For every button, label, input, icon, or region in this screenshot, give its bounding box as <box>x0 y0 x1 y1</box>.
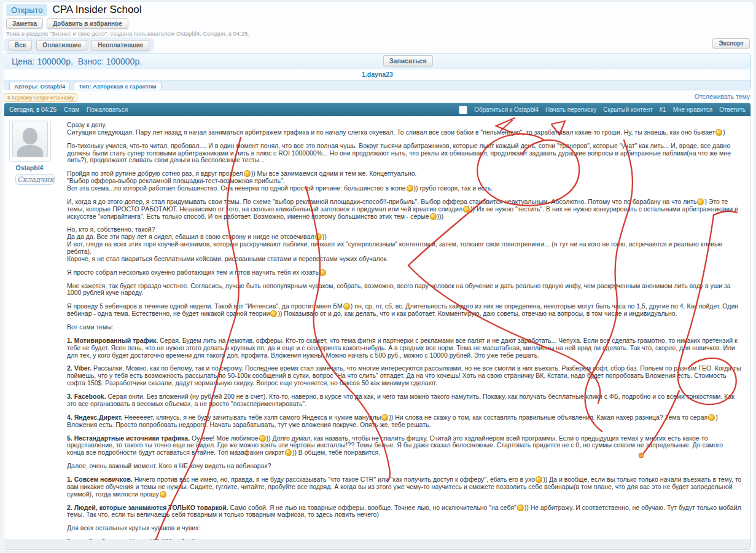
note-button[interactable]: Заметка <box>6 18 43 29</box>
authors-tag[interactable]: Авторы: Ostapbl4 <box>9 82 70 90</box>
post-date: Сегодня, в 04:25 <box>9 106 57 113</box>
author-username[interactable]: Ostapbl4 <box>9 164 50 171</box>
fee-label: Взнос: 100000р. <box>78 57 142 66</box>
post-paragraph: Для всех остальных крутых чуваков и чуви… <box>67 525 742 532</box>
price-row: Цена: 100000р. Взнос: 100000р. Записатьс… <box>4 53 750 69</box>
smiley-emoji-icon <box>270 310 277 317</box>
topic-header: Открыто CPA Insider School <box>6 4 142 16</box>
participant-link[interactable]: 1.dayna23 <box>362 71 393 78</box>
post-paragraphs: Сразу к делу.Ситуация следующая. Пару ле… <box>67 122 742 539</box>
post-header-link-5[interactable]: Ответить <box>719 106 746 113</box>
post-header-bar: Сегодня, в 04:25 Спам Пожаловаться Обрат… <box>4 103 750 116</box>
forum-topic-page: Открыто CPA Insider School Заметка Добав… <box>0 0 756 553</box>
post-paragraph: Пройдя по этой рутине добрую сотню раз, … <box>67 170 742 192</box>
post-paragraph: 2. Людей, которые занимаются ТОЛЬКО това… <box>67 504 742 519</box>
post-paragraph: 5. Нестандартные источники трафика. Оу-е… <box>67 435 742 457</box>
filter-button-0[interactable]: Все <box>9 40 32 50</box>
post-paragraph: 1. Совсем новичков. Ничего против вас не… <box>67 476 742 498</box>
smiley-emoji-icon <box>160 491 166 498</box>
smiley-emoji-icon <box>697 198 704 205</box>
tags-row: Авторы: Ostapbl4 Тип: Авторская с гарант… <box>4 80 750 90</box>
post-header-link-4[interactable]: Мне нравится <box>673 106 713 113</box>
watch-topic-link[interactable]: Отслеживать тему <box>695 93 750 100</box>
smiley-emoji-icon <box>708 414 715 421</box>
smiley-emoji-icon <box>430 213 437 220</box>
smiley-emoji-icon <box>244 170 251 177</box>
post-paragraph: 4. Яндекс.Директ. Неееееет, клянусь, я н… <box>67 414 742 429</box>
topic-actions: Заметка Добавить в избранное <box>6 18 128 29</box>
signup-button[interactable]: Записаться <box>383 55 433 66</box>
smiley-emoji-icon <box>319 269 326 276</box>
favorite-button[interactable]: Добавить в избранное <box>47 18 128 29</box>
avatar-box <box>9 120 51 162</box>
export-button[interactable]: Экспорт <box>712 38 750 49</box>
smiley-emoji-icon <box>536 476 542 483</box>
post-body: Сразу к делу.Ситуация следующая. Пару ле… <box>61 116 750 539</box>
filter-button-1[interactable]: Оплатившие <box>36 40 87 50</box>
report-link[interactable]: Пожаловаться <box>87 106 128 113</box>
author-rank-badge: Складчик <box>15 174 55 185</box>
post-block: Сегодня, в 04:25 Спам Пожаловаться Обрат… <box>4 103 751 550</box>
smiley-emoji-icon <box>343 303 350 310</box>
price-panel: Цена: 100000р. Взнос: 100000р. Записатьс… <box>4 53 751 90</box>
filter-buttons: ВсеОплатившиеНеоплатившие <box>4 37 154 53</box>
topic-meta: Тема в разделе "Бизнес и свое дело", соз… <box>6 30 249 37</box>
page-title: CPA Insider School <box>52 4 141 16</box>
smiley-emoji-icon <box>407 185 413 192</box>
first-unread-button[interactable]: К первому непрочитанному <box>4 93 77 102</box>
smiley-emoji-icon <box>315 233 322 240</box>
author-sidebar: Ostapbl4 Складчик <box>4 116 61 539</box>
filter-button-2[interactable]: Неоплатившие <box>92 40 149 50</box>
post-header-link-1[interactable]: Начать переписку <box>545 106 596 113</box>
post-header-link-2[interactable]: Скрытый контент <box>603 106 652 113</box>
post-paragraph: 1. Мотивированный трафик. Серая. Будем л… <box>67 337 742 359</box>
post-footer-strip <box>4 539 750 549</box>
avatar[interactable] <box>12 122 48 157</box>
post-paragraph: Сразу к делу.Ситуация следующая. Пару ле… <box>67 122 742 136</box>
price-label: Цена: 100000р. <box>12 57 73 66</box>
post-paragraph: 2. Viber. Рассылки. Можно, как по белому… <box>67 365 742 387</box>
post-paragraph: И, когда я до этого допер, я стал придум… <box>67 198 742 221</box>
post-header-link-3[interactable]: #1 <box>660 106 666 113</box>
post-paragraph: Далее, очень важный момент. Кого я НЕ хо… <box>67 463 742 470</box>
smiley-emoji-icon <box>517 504 524 511</box>
post-header-link-0[interactable]: Обратиться к Ostapbl4 <box>474 106 539 113</box>
smiley-emoji-icon <box>381 414 388 421</box>
smiley-emoji-icon <box>715 129 722 136</box>
post-paragraph: Но, кто я, собственно, такой?Да да да. В… <box>67 226 742 262</box>
smiley-emoji-icon <box>285 449 292 456</box>
post-paragraph: Вот сами темы: <box>67 324 742 331</box>
smiley-emoji-icon <box>463 206 470 213</box>
smiley-emoji-icon <box>259 435 266 442</box>
status-badge: Открыто <box>6 4 47 16</box>
post-paragraph: По-тихоньку учился, что-то читал, пробов… <box>67 143 742 165</box>
post-paragraph: 3. Facebook. Серая онли. Без вложений (н… <box>67 393 742 408</box>
post-header-left: Сегодня, в 04:25 Спам Пожаловаться <box>9 106 128 113</box>
post-header-links: Обратиться к Ostapbl4Начать перепискуСкр… <box>459 106 746 114</box>
participant-row: 1.dayna23 <box>4 69 750 80</box>
post-main: Ostapbl4 Складчик Сразу к делу.Ситуация … <box>4 116 750 539</box>
select-post-checkbox[interactable] <box>459 106 467 114</box>
type-tag[interactable]: Тип: Авторская с гарантом <box>74 82 161 90</box>
post-paragraph: Я просто собрал несколько охуенно работа… <box>67 269 742 276</box>
spam-link[interactable]: Спам <box>64 106 79 113</box>
post-paragraph: Я проведу 5 вебинаров в течение одной не… <box>67 303 742 318</box>
post-paragraph: Мне кажется, так будет гораздо честнее. … <box>67 283 742 297</box>
price-labels: Цена: 100000р. Взнос: 100000р. <box>12 57 142 66</box>
